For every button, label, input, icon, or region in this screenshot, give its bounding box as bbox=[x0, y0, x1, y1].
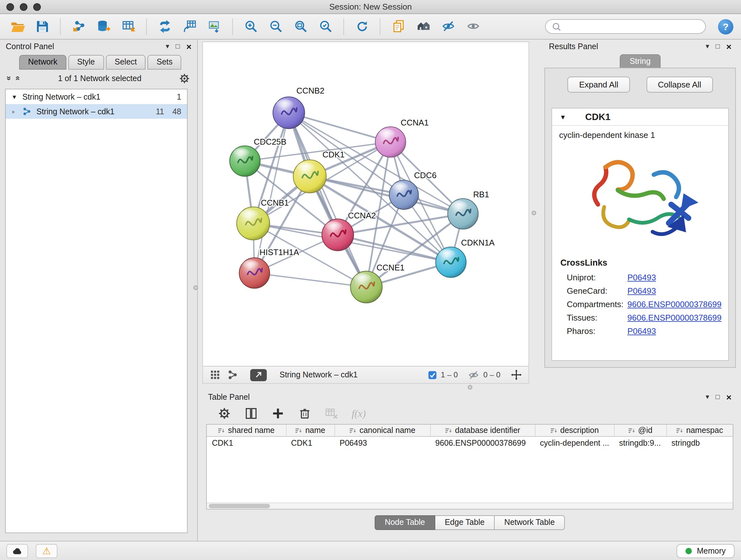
tab-node-table[interactable]: Node Table bbox=[375, 515, 435, 530]
close-window-button[interactable] bbox=[6, 3, 14, 11]
cell-namespace[interactable]: stringdb bbox=[666, 436, 733, 449]
collapse-all-icon[interactable]: » bbox=[5, 76, 13, 80]
zoom-fit-button[interactable] bbox=[291, 17, 310, 36]
cell-shared-name[interactable]: CDK1 bbox=[207, 436, 286, 449]
network-view-button[interactable] bbox=[227, 369, 239, 381]
tab-style[interactable]: Style bbox=[68, 55, 104, 70]
collapse-all-button[interactable]: Collapse All bbox=[647, 77, 713, 92]
network-row[interactable]: ● String Network – cdk1 11 48 bbox=[6, 104, 187, 119]
pan-mode-button[interactable] bbox=[511, 369, 522, 381]
clone-network-button[interactable] bbox=[155, 17, 174, 36]
network-node-ccnb1[interactable]: CCNB1 bbox=[237, 198, 289, 240]
cell-description[interactable]: cyclin-dependent ... bbox=[535, 436, 614, 449]
gene-card-header[interactable]: ▼ CDK1 bbox=[552, 109, 728, 126]
panel-menu-icon[interactable]: ▾ bbox=[705, 393, 709, 400]
network-node-cdkn1a[interactable]: CDKN1A bbox=[435, 238, 495, 277]
network-node-rb1[interactable]: RB1 bbox=[448, 190, 489, 229]
cell-canonical-name[interactable]: P06493 bbox=[334, 436, 430, 449]
minimize-window-button[interactable] bbox=[20, 3, 27, 11]
network-collection-row[interactable]: ▼ String Network – cdk1 1 bbox=[6, 89, 187, 104]
network-canvas[interactable]: CCNB2CCNA1CDC25BCDK1CDC6RB1CCNB1CCNA2CDK… bbox=[203, 42, 529, 366]
collapse-caret-icon[interactable]: ▼ bbox=[560, 113, 566, 120]
hidden-indicator-icon[interactable] bbox=[468, 369, 480, 381]
splitter-handle[interactable] bbox=[193, 286, 198, 290]
annotation-button[interactable] bbox=[389, 17, 408, 36]
column-header-canonical-name[interactable]: canonical name bbox=[334, 425, 430, 436]
open-session-button[interactable] bbox=[8, 17, 27, 36]
column-header-database-identifier[interactable]: database identifier bbox=[430, 425, 535, 436]
splitter-handle[interactable] bbox=[532, 211, 536, 215]
tab-network-table[interactable]: Network Table bbox=[495, 515, 565, 530]
network-node-ccnb2[interactable]: CCNB2 bbox=[273, 86, 324, 129]
horizontal-scrollbar[interactable] bbox=[207, 503, 733, 509]
import-network-database-button[interactable] bbox=[94, 17, 113, 36]
tab-string[interactable]: String bbox=[619, 54, 661, 68]
delete-table-button-disabled[interactable] bbox=[325, 407, 338, 420]
panel-float-icon[interactable]: □ bbox=[716, 43, 720, 50]
panel-float-icon[interactable]: □ bbox=[176, 43, 180, 50]
column-header-namespace[interactable]: namespac bbox=[666, 425, 733, 436]
network-from-table-button[interactable] bbox=[180, 17, 199, 36]
selected-checkbox-icon[interactable] bbox=[427, 370, 437, 380]
import-network-file-button[interactable] bbox=[69, 17, 88, 36]
scrollbar-thumb[interactable] bbox=[209, 504, 270, 508]
grid-view-button[interactable] bbox=[209, 369, 221, 381]
maximize-window-button[interactable] bbox=[33, 3, 41, 11]
column-header-description[interactable]: description bbox=[535, 425, 614, 436]
network-edge[interactable] bbox=[254, 273, 366, 287]
panel-close-icon[interactable]: × bbox=[186, 42, 192, 51]
tab-select[interactable]: Select bbox=[106, 55, 146, 70]
function-builder-button[interactable]: f(x) bbox=[352, 408, 366, 419]
tab-sets[interactable]: Sets bbox=[148, 55, 182, 70]
zoom-out-button[interactable] bbox=[266, 17, 285, 36]
birdseye-view-button[interactable] bbox=[414, 17, 433, 36]
delete-column-button[interactable] bbox=[298, 407, 312, 420]
tab-network[interactable]: Network bbox=[19, 55, 66, 70]
search-input[interactable] bbox=[565, 21, 699, 32]
panel-close-icon[interactable]: × bbox=[726, 42, 731, 51]
help-button[interactable]: ? bbox=[718, 19, 733, 34]
tissues-link[interactable]: 9606.ENSP00000378699 bbox=[627, 313, 722, 322]
warnings-button[interactable]: ⚠ bbox=[36, 544, 57, 558]
column-header-shared-name[interactable]: shared name bbox=[207, 425, 286, 436]
create-column-button[interactable] bbox=[271, 407, 285, 420]
table-options-button[interactable] bbox=[218, 407, 231, 420]
cell-name[interactable]: CDK1 bbox=[286, 436, 334, 449]
zoom-selected-button[interactable] bbox=[316, 17, 335, 36]
panel-float-icon[interactable]: □ bbox=[716, 393, 720, 400]
import-table-button[interactable] bbox=[119, 17, 138, 36]
panel-menu-icon[interactable]: ▾ bbox=[165, 43, 169, 50]
expand-all-icon[interactable]: « bbox=[14, 76, 23, 80]
cell-id[interactable]: stringdb:9... bbox=[614, 436, 666, 449]
show-columns-button[interactable] bbox=[245, 407, 258, 420]
compartments-link[interactable]: 9606.ENSP00000378699 bbox=[627, 300, 722, 309]
export-image-button[interactable] bbox=[205, 17, 224, 36]
memory-button[interactable]: Memory bbox=[677, 544, 735, 558]
pharos-link[interactable]: P06493 bbox=[627, 326, 656, 336]
splitter-handle[interactable] bbox=[468, 385, 472, 389]
network-node-cdk1[interactable]: CDK1 bbox=[293, 150, 345, 193]
save-session-button[interactable] bbox=[32, 17, 52, 36]
network-edge[interactable] bbox=[289, 113, 366, 287]
cloud-status-button[interactable] bbox=[6, 544, 28, 558]
hide-selected-button[interactable] bbox=[439, 17, 458, 36]
apply-layout-button[interactable] bbox=[352, 17, 372, 36]
column-header-name[interactable]: name bbox=[286, 425, 334, 436]
tab-edge-table[interactable]: Edge Table bbox=[435, 515, 495, 530]
network-node-ccna1[interactable]: CCNA1 bbox=[375, 118, 428, 158]
network-node-hist1h1a[interactable]: HIST1H1A bbox=[239, 248, 299, 288]
network-options-button[interactable] bbox=[179, 72, 190, 84]
tree-expanded-icon[interactable]: ▼ bbox=[11, 94, 18, 100]
cell-database-identifier[interactable]: 9606.ENSP00000378699 bbox=[430, 436, 535, 449]
zoom-in-button[interactable] bbox=[241, 17, 260, 36]
detach-view-button[interactable] bbox=[250, 369, 267, 381]
show-all-button[interactable] bbox=[463, 17, 482, 36]
genecard-link[interactable]: P06493 bbox=[627, 286, 656, 296]
sort-icon bbox=[676, 427, 683, 434]
panel-menu-icon[interactable]: ▾ bbox=[705, 43, 709, 50]
panel-close-icon[interactable]: × bbox=[726, 392, 731, 401]
table-row[interactable]: CDK1 CDK1 P06493 9606.ENSP00000378699 cy… bbox=[207, 436, 733, 449]
expand-all-button[interactable]: Expand All bbox=[568, 77, 630, 92]
uniprot-link[interactable]: P06493 bbox=[627, 273, 656, 282]
column-header-id[interactable]: @id bbox=[614, 425, 666, 436]
